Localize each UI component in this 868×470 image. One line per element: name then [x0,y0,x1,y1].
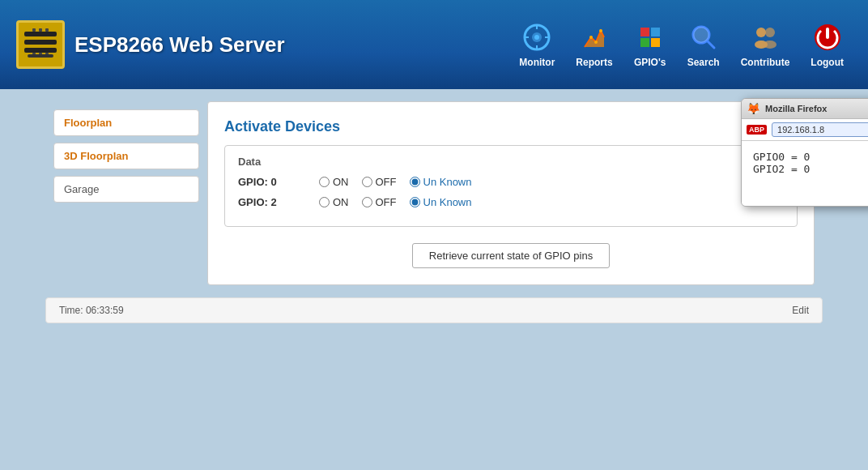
sidebar-item-garage[interactable]: Garage [53,176,199,203]
nav-reports[interactable]: Reports [568,16,620,73]
firefox-content: GPIO0 = 0 GPIO2 = 0 [742,141,868,206]
nav-logout[interactable]: Logout [802,16,852,73]
svg-point-18 [589,36,593,39]
svg-point-29 [765,28,775,37]
contribute-icon [749,21,781,53]
firefox-urlbar: ABP 192.168.1.8 [742,119,868,141]
monitor-icon [521,21,553,53]
gpio-2-on-option[interactable]: ON [319,196,349,208]
header-logo: ESP8266 Web Server [16,20,511,69]
logout-icon [811,21,844,53]
svg-rect-24 [651,38,660,47]
header: ESP8266 Web Server Monitor [0,0,868,89]
svg-point-20 [599,29,602,32]
nav-monitor[interactable]: Monitor [511,16,563,73]
svg-rect-0 [24,32,57,36]
app-logo-icon [16,20,65,69]
firefox-titlebar: 🦊 Mozilla Firefox – □ ✕ [742,99,868,119]
data-group: Data GPIO: 0 ON OFF Un Known [224,145,798,227]
gpio-row-0: GPIO: 0 ON OFF Un Known [238,176,784,188]
search-icon [687,21,720,53]
svg-point-31 [764,41,777,49]
svg-point-12 [534,35,539,40]
gpio-0-label: GPIO: 0 [238,176,303,188]
gpio-2-unknown-option[interactable]: Un Known [410,196,472,208]
svg-line-26 [707,41,714,48]
gpio-0-on-option[interactable]: ON [319,176,349,188]
section-title: Activate Devices [224,118,798,135]
main-content: Activate Devices Data GPIO: 0 ON OFF [207,101,815,285]
gpio-2-label: GPIO: 2 [238,196,303,208]
nav-logout-label: Logout [811,57,844,68]
svg-rect-3 [32,28,36,32]
main-nav: Monitor Reports [511,16,852,73]
gpio-0-radio-group: ON OFF Un Known [319,176,471,188]
firefox-popup: 🦊 Mozilla Firefox – □ ✕ ABP 192.168.1.8 … [741,98,868,207]
nav-gpios-label: GPIO's [634,57,666,68]
page-outer: ESP8266 Web Server Monitor [0,0,868,470]
svg-rect-5 [45,28,49,32]
firefox-content-line-2: GPIO2 = 0 [753,163,868,175]
footer-bar: Time: 06:33:59 Edit [45,297,823,323]
svg-rect-21 [640,28,649,36]
svg-point-27 [693,27,709,43]
gpio-0-off-option[interactable]: OFF [362,176,397,188]
svg-point-28 [756,28,766,37]
svg-rect-23 [640,38,649,47]
svg-rect-9 [28,54,53,58]
footer-time: Time: 06:33:59 [59,305,124,316]
reports-icon [578,21,611,53]
svg-rect-2 [24,48,57,53]
gpio-row-2: GPIO: 2 ON OFF Un Known [238,196,784,208]
svg-rect-1 [24,40,57,45]
firefox-title: Mozilla Firefox [765,104,868,113]
nav-contribute-label: Contribute [741,57,790,68]
svg-rect-22 [651,28,660,36]
nav-reports-label: Reports [576,57,612,68]
retrieve-gpio-button[interactable]: Retrieve current state of GPIO pins [412,243,610,268]
data-group-label: Data [238,156,784,168]
svg-point-19 [594,41,598,44]
svg-rect-33 [826,28,829,39]
firefox-url[interactable]: 192.168.1.8 [772,122,868,137]
nav-contribute[interactable]: Contribute [733,16,798,73]
app-title: ESP8266 Web Server [74,32,285,58]
gpio-icon [634,21,666,53]
nav-gpios[interactable]: GPIO's [626,16,674,73]
footer-edit-button[interactable]: Edit [792,305,809,316]
firefox-content-line-1: GPIO0 = 0 [753,151,868,163]
nav-monitor-label: Monitor [519,57,555,68]
svg-rect-4 [39,28,42,32]
adblock-label: ABP [747,125,767,135]
sidebar-item-3d-floorplan[interactable]: 3D Floorplan [53,143,199,169]
gpio-0-unknown-option[interactable]: Un Known [410,176,472,188]
gpio-2-off-option[interactable]: OFF [362,196,397,208]
sidebar: Floorplan 3D Floorplan Garage [45,101,207,285]
nav-search[interactable]: Search [679,16,728,73]
nav-search-label: Search [687,57,720,68]
sidebar-item-floorplan[interactable]: Floorplan [53,109,199,136]
gpio-2-radio-group: ON OFF Un Known [319,196,471,208]
